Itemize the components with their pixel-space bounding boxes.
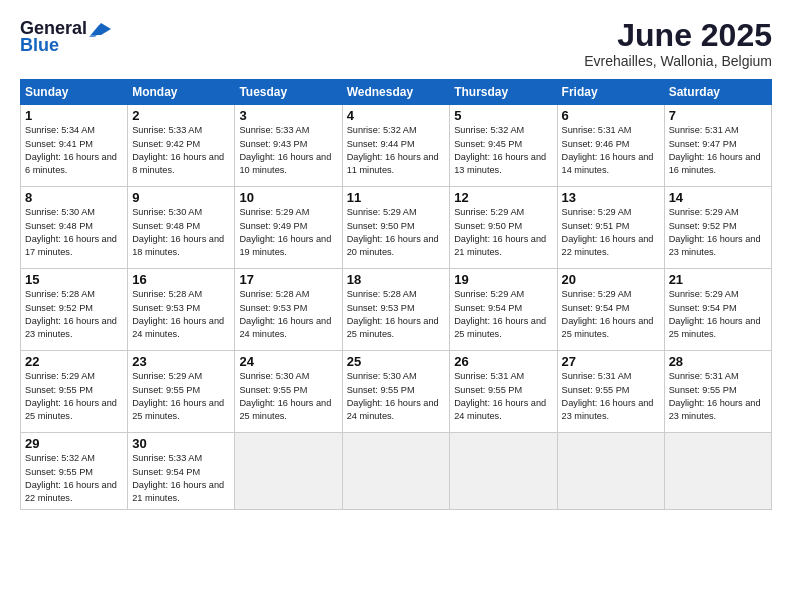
table-row: 19Sunrise: 5:29 AMSunset: 9:54 PMDayligh… [450, 269, 557, 351]
table-row: 12Sunrise: 5:29 AMSunset: 9:50 PMDayligh… [450, 187, 557, 269]
table-row: 1Sunrise: 5:34 AMSunset: 9:41 PMDaylight… [21, 105, 128, 187]
logo: General Blue [20, 18, 111, 56]
month-title: June 2025 [584, 18, 772, 53]
col-wednesday: Wednesday [342, 80, 450, 105]
table-row: 28Sunrise: 5:31 AMSunset: 9:55 PMDayligh… [664, 351, 771, 433]
col-tuesday: Tuesday [235, 80, 342, 105]
table-row: 4Sunrise: 5:32 AMSunset: 9:44 PMDaylight… [342, 105, 450, 187]
calendar-table: Sunday Monday Tuesday Wednesday Thursday… [20, 79, 772, 509]
table-row: 7Sunrise: 5:31 AMSunset: 9:47 PMDaylight… [664, 105, 771, 187]
table-row: 26Sunrise: 5:31 AMSunset: 9:55 PMDayligh… [450, 351, 557, 433]
col-sunday: Sunday [21, 80, 128, 105]
col-friday: Friday [557, 80, 664, 105]
table-row [342, 433, 450, 509]
table-row: 8Sunrise: 5:30 AMSunset: 9:48 PMDaylight… [21, 187, 128, 269]
table-row [557, 433, 664, 509]
title-block: June 2025 Evrehailles, Wallonia, Belgium [584, 18, 772, 69]
table-row: 5Sunrise: 5:32 AMSunset: 9:45 PMDaylight… [450, 105, 557, 187]
table-row: 27Sunrise: 5:31 AMSunset: 9:55 PMDayligh… [557, 351, 664, 433]
table-row: 9Sunrise: 5:30 AMSunset: 9:48 PMDaylight… [128, 187, 235, 269]
table-row: 15Sunrise: 5:28 AMSunset: 9:52 PMDayligh… [21, 269, 128, 351]
table-row: 2Sunrise: 5:33 AMSunset: 9:42 PMDaylight… [128, 105, 235, 187]
page: General Blue June 2025 Evrehailles, Wall… [0, 0, 792, 612]
table-row: 24Sunrise: 5:30 AMSunset: 9:55 PMDayligh… [235, 351, 342, 433]
table-row: 6Sunrise: 5:31 AMSunset: 9:46 PMDaylight… [557, 105, 664, 187]
table-row: 10Sunrise: 5:29 AMSunset: 9:49 PMDayligh… [235, 187, 342, 269]
table-row: 23Sunrise: 5:29 AMSunset: 9:55 PMDayligh… [128, 351, 235, 433]
table-row: 22Sunrise: 5:29 AMSunset: 9:55 PMDayligh… [21, 351, 128, 433]
header: General Blue June 2025 Evrehailles, Wall… [20, 18, 772, 69]
logo-icon [89, 21, 111, 37]
col-thursday: Thursday [450, 80, 557, 105]
logo-blue-text: Blue [20, 35, 59, 56]
table-row [235, 433, 342, 509]
table-row: 29Sunrise: 5:32 AMSunset: 9:55 PMDayligh… [21, 433, 128, 509]
table-row: 13Sunrise: 5:29 AMSunset: 9:51 PMDayligh… [557, 187, 664, 269]
table-row: 14Sunrise: 5:29 AMSunset: 9:52 PMDayligh… [664, 187, 771, 269]
table-row [450, 433, 557, 509]
calendar-header-row: Sunday Monday Tuesday Wednesday Thursday… [21, 80, 772, 105]
table-row: 21Sunrise: 5:29 AMSunset: 9:54 PMDayligh… [664, 269, 771, 351]
table-row: 25Sunrise: 5:30 AMSunset: 9:55 PMDayligh… [342, 351, 450, 433]
col-saturday: Saturday [664, 80, 771, 105]
table-row: 17Sunrise: 5:28 AMSunset: 9:53 PMDayligh… [235, 269, 342, 351]
table-row: 18Sunrise: 5:28 AMSunset: 9:53 PMDayligh… [342, 269, 450, 351]
location: Evrehailles, Wallonia, Belgium [584, 53, 772, 69]
col-monday: Monday [128, 80, 235, 105]
table-row: 16Sunrise: 5:28 AMSunset: 9:53 PMDayligh… [128, 269, 235, 351]
table-row: 11Sunrise: 5:29 AMSunset: 9:50 PMDayligh… [342, 187, 450, 269]
table-row: 30Sunrise: 5:33 AMSunset: 9:54 PMDayligh… [128, 433, 235, 509]
table-row: 3Sunrise: 5:33 AMSunset: 9:43 PMDaylight… [235, 105, 342, 187]
table-row [664, 433, 771, 509]
table-row: 20Sunrise: 5:29 AMSunset: 9:54 PMDayligh… [557, 269, 664, 351]
